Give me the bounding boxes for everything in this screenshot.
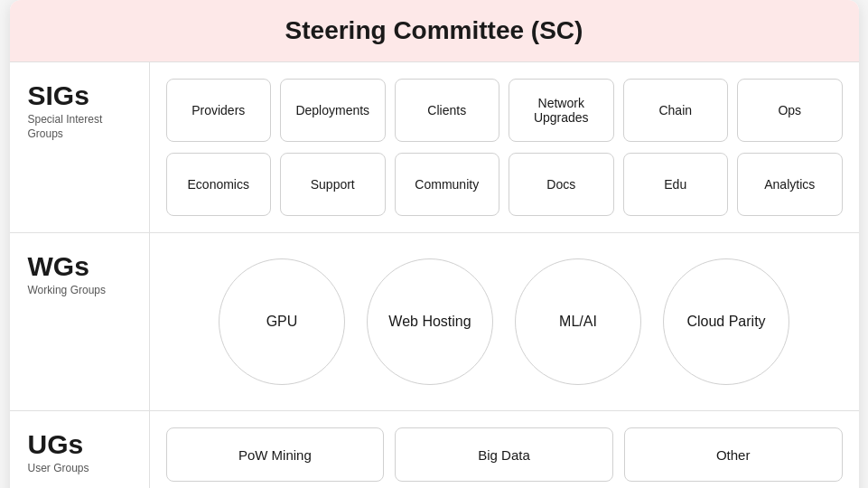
ugs-label-block: UGs User Groups <box>10 411 150 488</box>
ugs-section: UGs User Groups PoW Mining Big Data Othe… <box>10 410 859 488</box>
ugs-content: PoW Mining Big Data Other <box>150 411 859 488</box>
sigs-sublabel: Special Interest Groups <box>28 113 135 141</box>
sigs-row-1: Providers Deployments Clients Network Up… <box>166 79 843 142</box>
ug-pow-mining: PoW Mining <box>166 427 385 482</box>
sigs-label-block: SIGs Special Interest Groups <box>10 62 150 232</box>
ugs-sublabel: User Groups <box>28 462 135 476</box>
ug-other: Other <box>624 427 843 482</box>
sig-providers: Providers <box>166 79 272 142</box>
sigs-row-2: Economics Support Community Docs Edu Ana… <box>166 153 843 216</box>
sig-economics: Economics <box>166 153 272 216</box>
sigs-label: SIGs <box>28 80 135 111</box>
header: Steering Committee (SC) <box>10 0 859 61</box>
sig-docs: Docs <box>509 153 614 216</box>
sig-ops: Ops <box>737 79 843 142</box>
sig-clients: Clients <box>395 79 500 142</box>
wgs-content: GPU Web Hosting ML/AI Cloud Parity <box>150 233 859 410</box>
sig-community: Community <box>395 153 500 216</box>
sigs-content: Providers Deployments Clients Network Up… <box>150 62 859 232</box>
wgs-sublabel: Working Groups <box>28 284 135 298</box>
wgs-label-block: WGs Working Groups <box>10 233 150 410</box>
sig-chain: Chain <box>623 79 729 142</box>
page-title: Steering Committee (SC) <box>32 16 837 45</box>
sig-support: Support <box>280 153 386 216</box>
sig-deployments: Deployments <box>280 79 386 142</box>
wg-gpu: GPU <box>219 258 345 385</box>
wgs-label: WGs <box>28 251 135 282</box>
wg-web-hosting: Web Hosting <box>367 258 493 385</box>
ugs-label: UGs <box>28 429 135 460</box>
wgs-section: WGs Working Groups GPU Web Hosting ML/AI… <box>10 232 859 410</box>
sig-analytics: Analytics <box>737 153 843 216</box>
sig-edu: Edu <box>623 153 729 216</box>
main-container: Steering Committee (SC) SIGs Special Int… <box>10 0 859 488</box>
wg-mlai: ML/AI <box>515 258 641 385</box>
ug-big-data: Big Data <box>395 427 613 482</box>
sigs-section: SIGs Special Interest Groups Providers D… <box>10 61 859 232</box>
wg-cloud-parity: Cloud Parity <box>663 258 789 385</box>
wgs-row: GPU Web Hosting ML/AI Cloud Parity <box>166 249 843 394</box>
ugs-row: PoW Mining Big Data Other <box>166 427 843 482</box>
sig-network-upgrades: Network Upgrades <box>509 79 614 142</box>
